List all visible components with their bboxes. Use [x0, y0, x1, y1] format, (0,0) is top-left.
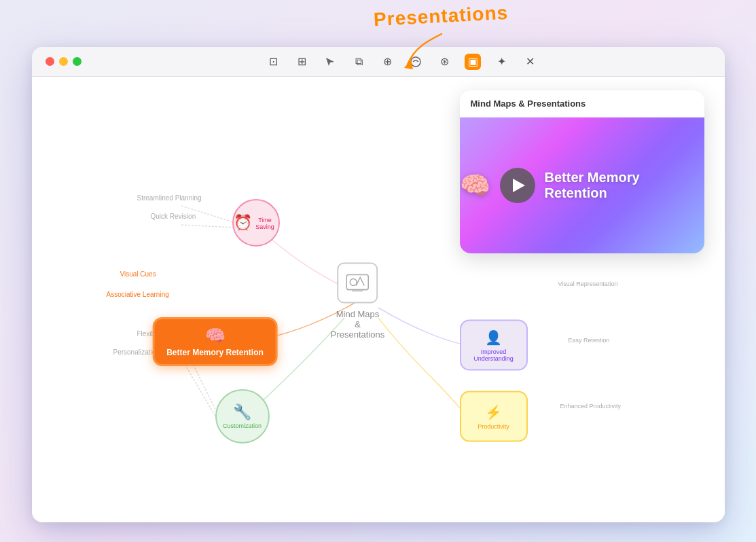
- close-button[interactable]: [46, 57, 54, 66]
- panel-title: Mind Maps & Presentations: [460, 90, 704, 118]
- central-node-icon: [338, 263, 378, 304]
- central-node: Mind Maps&Presentations: [331, 263, 385, 340]
- add-icon[interactable]: ⊕: [379, 54, 395, 70]
- canvas-area: Streamlined Planning Quick Revision Visu…: [32, 77, 725, 522]
- arrow-decoration: [401, 27, 455, 75]
- understanding-node[interactable]: 👤 Improved Understanding: [460, 320, 528, 371]
- video-brain-icon: 🧠: [460, 171, 490, 200]
- maximize-button[interactable]: [73, 57, 82, 66]
- timesaving-node-icon: ⏰: [234, 214, 252, 232]
- sparkle-icon[interactable]: ✦: [493, 54, 509, 70]
- table-icon[interactable]: ⊞: [293, 54, 310, 70]
- presentations-label: Presentations: [373, 2, 509, 31]
- understanding-node-icon: 👤: [485, 329, 502, 345]
- duplicate-icon[interactable]: ⧉: [350, 54, 367, 70]
- timesaving-node-label: Time Saving: [252, 217, 278, 230]
- label-visual-rep: Visual Representation: [558, 281, 618, 287]
- memory-node-label: Better Memory Retention: [166, 348, 264, 357]
- browser-window: ⊡ ⊞ ⧉ ⊕ ⊛ ▣ ✦ ✕: [32, 47, 725, 522]
- pointer-icon[interactable]: [322, 54, 338, 70]
- customization-node-icon: 🔧: [233, 403, 251, 421]
- present-icon[interactable]: ▣: [465, 54, 481, 70]
- timesaving-node[interactable]: ⏰ Time Saving: [232, 199, 280, 247]
- svg-point-3: [350, 279, 357, 286]
- video-title: Better Memory Retention: [545, 170, 704, 201]
- svg-rect-4: [353, 290, 363, 292]
- frame-icon[interactable]: ⊡: [265, 54, 281, 70]
- productivity-node[interactable]: ⚡ Productivity: [460, 391, 528, 442]
- label-quick-revision: Quick Revision: [151, 213, 196, 220]
- label-streamlined-planning: Streamlined Planning: [137, 194, 202, 202]
- customization-node[interactable]: 🔧 Customization: [215, 389, 270, 444]
- title-bar: ⊡ ⊞ ⧉ ⊕ ⊛ ▣ ✦ ✕: [32, 47, 725, 77]
- traffic-lights: [46, 57, 82, 66]
- productivity-node-label: Productivity: [478, 422, 509, 429]
- central-node-label: Mind Maps&Presentations: [331, 309, 385, 340]
- label-visual-cues: Visual Cues: [120, 270, 156, 278]
- label-associative-learning: Associative Learning: [107, 291, 169, 298]
- label-enhanced-productivity: Enhanced Productivity: [560, 403, 622, 410]
- tools-icon[interactable]: ✕: [522, 54, 538, 70]
- panel-video[interactable]: 🧠 Better Memory Retention: [460, 118, 704, 253]
- understanding-node-label: Improved Understanding: [461, 348, 526, 361]
- play-triangle-icon: [513, 179, 525, 192]
- productivity-node-icon: ⚡: [485, 403, 502, 420]
- memory-node[interactable]: 🧠 Better Memory Retention: [152, 317, 278, 366]
- customization-node-label: Customization: [223, 422, 262, 429]
- memory-node-icon: 🧠: [166, 326, 264, 345]
- label-easy-retention: Easy Retention: [569, 337, 610, 344]
- play-button[interactable]: [500, 168, 535, 203]
- presentation-panel: Mind Maps & Presentations 🧠 Better Memor…: [460, 90, 704, 253]
- minimize-button[interactable]: [59, 57, 68, 66]
